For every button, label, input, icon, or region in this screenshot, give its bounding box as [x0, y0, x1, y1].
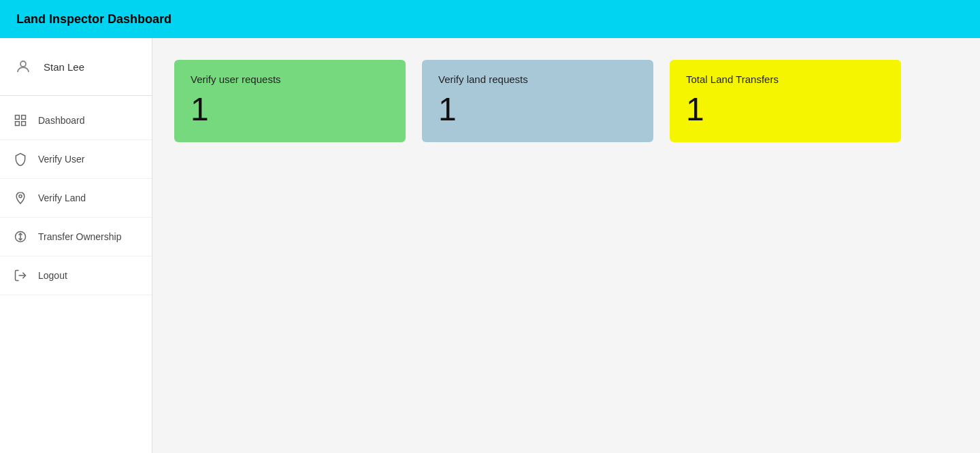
sidebar-item-transfer-ownership[interactable]: Transfer Ownership: [0, 218, 152, 256]
grid-icon: [11, 111, 30, 130]
top-bar: Land Inspector Dashboard: [0, 0, 980, 38]
sidebar-item-label-verify-user: Verify User: [38, 154, 84, 165]
card-verify-land-requests: Verify land requests 1: [422, 60, 653, 142]
sidebar-item-label-verify-land: Verify Land: [38, 192, 86, 203]
card-verify-user-requests: Verify user requests 1: [174, 60, 406, 142]
sidebar-item-label-dashboard: Dashboard: [38, 115, 85, 126]
card-title-verify-land-requests: Verify land requests: [438, 73, 637, 85]
sidebar-nav: Dashboard Verify User Verify Land: [0, 96, 152, 301]
sidebar: Stan Lee Dashboard: [0, 38, 152, 453]
sidebar-item-dashboard[interactable]: Dashboard: [0, 101, 152, 140]
transfer-icon: [11, 227, 30, 246]
sidebar-item-verify-land[interactable]: Verify Land: [0, 179, 152, 218]
app-title: Land Inspector Dashboard: [16, 12, 172, 27]
card-value-total-land-transfers: 1: [686, 93, 885, 126]
app-body: Stan Lee Dashboard: [0, 38, 980, 453]
card-title-total-land-transfers: Total Land Transfers: [686, 73, 885, 85]
logout-icon: [11, 266, 30, 285]
svg-point-0: [20, 61, 26, 67]
sidebar-username: Stan Lee: [44, 61, 84, 73]
svg-rect-2: [22, 116, 26, 120]
card-total-land-transfers: Total Land Transfers 1: [670, 60, 901, 142]
map-pin-icon: [11, 188, 30, 207]
cards-container: Verify user requests 1 Verify land reque…: [174, 60, 958, 142]
svg-rect-4: [22, 122, 26, 126]
sidebar-item-label-logout: Logout: [38, 270, 67, 281]
sidebar-item-label-transfer-ownership: Transfer Ownership: [38, 231, 121, 242]
card-title-verify-user-requests: Verify user requests: [191, 73, 389, 85]
sidebar-item-logout[interactable]: Logout: [0, 256, 152, 295]
user-icon: [11, 54, 35, 79]
shield-icon: [11, 150, 30, 169]
svg-rect-1: [16, 116, 20, 120]
sidebar-user: Stan Lee: [0, 38, 152, 96]
main-content: Verify user requests 1 Verify land reque…: [152, 38, 980, 453]
svg-rect-3: [16, 122, 20, 126]
sidebar-item-verify-user[interactable]: Verify User: [0, 140, 152, 179]
svg-point-5: [19, 195, 22, 197]
card-value-verify-land-requests: 1: [438, 93, 637, 126]
card-value-verify-user-requests: 1: [191, 93, 389, 126]
